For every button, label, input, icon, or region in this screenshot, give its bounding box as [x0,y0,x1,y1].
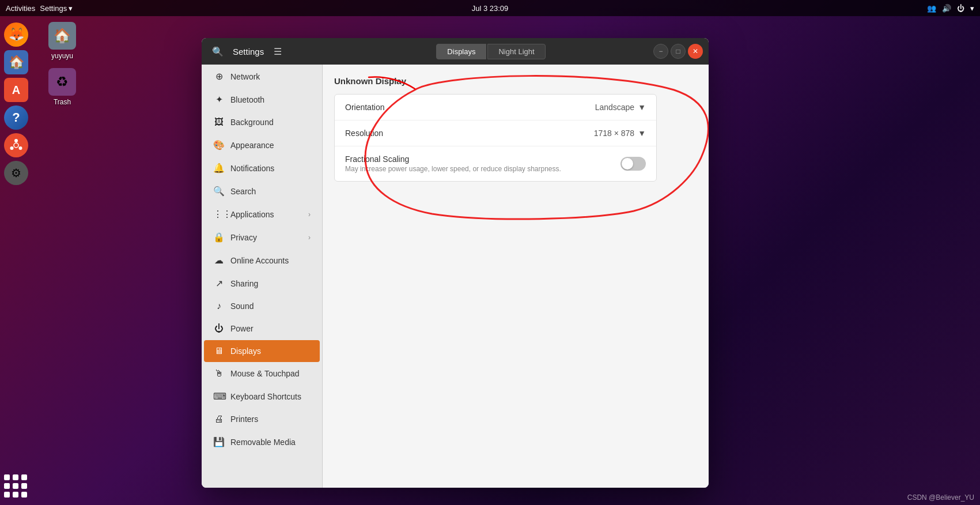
show-applications-icon [4,474,28,499]
svg-point-3 [19,146,22,150]
window-body: ⊕Network✦Bluetooth🖼Background🎨Appearance… [202,65,709,488]
applications-icon: ⋮⋮ [213,209,225,220]
tab-night-light[interactable]: Night Light [487,44,545,59]
dock-item-firefox[interactable]: 🦊 [3,22,29,47]
displays-label: Displays [230,346,261,356]
minimize-button[interactable]: − [653,44,668,59]
window-title: Settings [233,47,264,56]
dock-item-settings[interactable]: ⚙ [3,160,29,186]
display-section-title: Unknown Display [334,76,697,86]
topbar: Activities Settings ▾ Jul 3 23:09 👥 🔊 ⏻ … [0,0,980,16]
sidebar: ⊕Network✦Bluetooth🖼Background🎨Appearance… [202,65,323,488]
sidebar-item-bluetooth[interactable]: ✦Bluetooth [204,88,320,111]
dock: 🦊 🏠 A ? ⚙ [0,16,32,505]
background-icon: 🖼 [213,117,225,127]
sidebar-item-displays[interactable]: 🖥Displays [204,340,320,362]
titlebar-controls: − □ ✕ [653,44,709,59]
notifications-label: Notifications [230,164,274,173]
sidebar-item-notifications[interactable]: 🔔Notifications [204,157,320,179]
sidebar-item-search[interactable]: 🔍Search [204,180,320,202]
desktop: 🦊 🏠 A ? ⚙ [0,16,980,505]
fractional-scaling-toggle[interactable] [620,157,646,171]
sidebar-item-mouse-touchpad[interactable]: 🖱Mouse & Touchpad [204,363,320,385]
svg-point-1 [14,139,18,142]
applications-chevron-icon: › [308,210,311,218]
power-label: Power [230,324,253,333]
files-icon: 🏠 [4,50,28,74]
topbar-arrow[interactable]: ▾ [970,4,974,13]
orientation-current: Landscape [595,103,635,112]
topbar-left: Activities Settings ▾ [6,4,73,13]
search-label: Search [230,187,256,196]
sidebar-item-online-accounts[interactable]: ☁Online Accounts [204,249,320,272]
ubuntu-icon [4,133,28,157]
network-label: Network [230,72,260,81]
settings-menu-button[interactable]: Settings ▾ [40,4,73,13]
dock-item-appstore[interactable]: A [3,77,29,103]
fractional-scaling-label: Fractional Scaling [345,154,561,164]
sidebar-item-privacy[interactable]: 🔒Privacy› [204,226,320,248]
fractional-scaling-row: Fractional Scaling May increase power us… [335,146,656,181]
orientation-value[interactable]: Landscape ▼ [595,103,646,112]
sidebar-item-keyboard-shortcuts[interactable]: ⌨Keyboard Shortcuts [204,385,320,408]
dock-item-grid[interactable] [3,474,29,499]
desktop-icon-home[interactable]: 🏠 yuyuyu [39,22,85,60]
network-icon: ⊕ [213,71,225,82]
background-label: Background [230,118,274,127]
search-button[interactable]: 🔍 [207,41,228,62]
sidebar-item-printers[interactable]: 🖨Printers [204,408,320,430]
topbar-datetime: Jul 3 23:09 [472,4,509,13]
dock-item-ubuntu[interactable] [3,133,29,158]
sidebar-item-network[interactable]: ⊕Network [204,65,320,88]
sidebar-item-background[interactable]: 🖼Background [204,111,320,133]
appearance-icon: 🎨 [213,140,225,150]
mouse-touchpad-label: Mouse & Touchpad [230,369,300,378]
resolution-row: Resolution 1718 × 878 ▼ [335,120,656,146]
trash-icon: ♻ [48,68,76,96]
activities-button[interactable]: Activities [6,4,35,13]
titlebar-left: 🔍 Settings ☰ [202,41,328,62]
privacy-label: Privacy [230,233,257,242]
main-content: Unknown Display Orientation Landscape ▼ … [323,65,709,488]
desktop-icon-trash[interactable]: ♻ Trash [39,68,85,106]
dock-item-files[interactable]: 🏠 [3,50,29,75]
resolution-value[interactable]: 1718 × 878 ▼ [594,129,646,138]
network-icon: 👥 [927,4,936,13]
displays-icon: 🖥 [213,346,225,356]
trash-icon-label: Trash [54,98,71,106]
sound-label: Sound [230,302,253,311]
removable-media-icon: 💾 [213,436,225,447]
bluetooth-label: Bluetooth [230,95,264,104]
topbar-right: 👥 🔊 ⏻ ▾ [927,4,974,13]
online-accounts-label: Online Accounts [230,256,289,265]
firefox-icon: 🦊 [4,22,28,47]
orientation-dropdown-arrow: ▼ [638,103,646,112]
sound-icon: ♪ [213,301,225,311]
sidebar-item-sound[interactable]: ♪Sound [204,295,320,317]
mouse-touchpad-icon: 🖱 [213,368,225,379]
sidebar-item-power[interactable]: ⏻Power [204,318,320,340]
sharing-icon: ↗ [213,278,225,289]
fractional-scaling-sublabel: May increase power usage, lower speed, o… [345,165,561,173]
close-button[interactable]: ✕ [688,44,703,59]
sidebar-item-applications[interactable]: ⋮⋮Applications› [204,203,320,225]
keyboard-shortcuts-icon: ⌨ [213,391,225,402]
power-icon: ⏻ [957,4,964,13]
watermark: CSDN @Believer_YU [907,493,974,502]
online-accounts-icon: ☁ [213,255,225,266]
svg-point-2 [10,146,14,150]
hamburger-button[interactable]: ☰ [268,42,287,61]
fractional-scaling-text: Fractional Scaling May increase power us… [345,154,561,173]
appstore-icon: A [4,78,28,102]
titlebar-center: Displays Night Light [328,44,653,59]
notifications-icon: 🔔 [213,163,225,174]
sidebar-item-removable-media[interactable]: 💾Removable Media [204,431,320,453]
sharing-label: Sharing [230,279,258,288]
maximize-button[interactable]: □ [671,44,686,59]
tab-displays[interactable]: Displays [436,44,486,59]
sidebar-item-sharing[interactable]: ↗Sharing [204,272,320,295]
sidebar-item-appearance[interactable]: 🎨Appearance [204,134,320,156]
keyboard-shortcuts-label: Keyboard Shortcuts [230,392,301,401]
dock-item-help[interactable]: ? [3,105,29,130]
appearance-label: Appearance [230,141,274,150]
